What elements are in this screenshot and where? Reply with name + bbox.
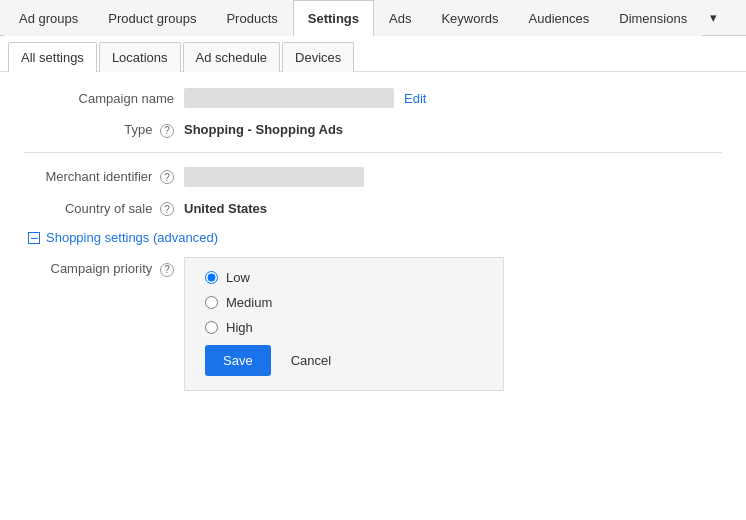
advanced-toggle-label: Shopping settings (advanced) — [46, 230, 218, 245]
tab-settings[interactable]: Settings — [293, 0, 374, 36]
priority-low-label[interactable]: Low — [226, 270, 250, 285]
tab-dimensions[interactable]: Dimensions — [604, 0, 702, 36]
campaign-priority-label: Campaign priority ? — [24, 257, 184, 277]
priority-button-row: Save Cancel — [205, 345, 483, 376]
sub-tab-locations[interactable]: Locations — [99, 42, 181, 72]
type-label: Type ? — [24, 122, 184, 138]
merchant-help-icon[interactable]: ? — [160, 170, 174, 184]
type-help-icon[interactable]: ? — [160, 124, 174, 138]
main-content: Campaign name Edit Type ? Shopping - Sho… — [0, 72, 746, 407]
merchant-identifier-value — [184, 167, 364, 187]
advanced-toggle[interactable]: − Shopping settings (advanced) — [24, 230, 722, 245]
priority-low-radio[interactable] — [205, 271, 218, 284]
tab-product-groups[interactable]: Product groups — [93, 0, 211, 36]
type-row: Type ? Shopping - Shopping Ads — [24, 122, 722, 138]
priority-medium-radio[interactable] — [205, 296, 218, 309]
sub-tab-all-settings[interactable]: All settings — [8, 42, 97, 72]
merchant-identifier-label: Merchant identifier ? — [24, 169, 184, 185]
campaign-priority-section: Campaign priority ? Low Medium High Save… — [24, 257, 722, 391]
campaign-name-value — [184, 88, 394, 108]
country-of-sale-label: Country of sale ? — [24, 201, 184, 217]
campaign-name-row: Campaign name Edit — [24, 88, 722, 108]
priority-high-radio[interactable] — [205, 321, 218, 334]
country-help-icon[interactable]: ? — [160, 202, 174, 216]
tab-ads[interactable]: Ads — [374, 0, 426, 36]
priority-low-row: Low — [205, 270, 483, 285]
priority-medium-label[interactable]: Medium — [226, 295, 272, 310]
sub-tab-ad-schedule[interactable]: Ad schedule — [183, 42, 281, 72]
merchant-identifier-row: Merchant identifier ? — [24, 167, 722, 187]
top-tab-bar: Ad groups Product groups Products Settin… — [0, 0, 746, 36]
sub-tab-bar: All settings Locations Ad schedule Devic… — [0, 36, 746, 72]
cancel-button[interactable]: Cancel — [281, 345, 341, 376]
sub-tab-devices[interactable]: Devices — [282, 42, 354, 72]
tab-products[interactable]: Products — [211, 0, 292, 36]
country-of-sale-row: Country of sale ? United States — [24, 201, 722, 217]
type-value: Shopping - Shopping Ads — [184, 122, 343, 137]
priority-options-box: Low Medium High Save Cancel — [184, 257, 504, 391]
priority-help-icon[interactable]: ? — [160, 263, 174, 277]
tab-ad-groups[interactable]: Ad groups — [4, 0, 93, 36]
priority-high-label[interactable]: High — [226, 320, 253, 335]
country-of-sale-value: United States — [184, 201, 267, 216]
edit-campaign-name-link[interactable]: Edit — [404, 91, 426, 106]
more-tabs-button[interactable]: ▾ — [702, 0, 725, 35]
save-button[interactable]: Save — [205, 345, 271, 376]
minus-icon: − — [28, 232, 40, 244]
section-divider-1 — [24, 152, 722, 153]
priority-high-row: High — [205, 320, 483, 335]
priority-medium-row: Medium — [205, 295, 483, 310]
tab-audiences[interactable]: Audiences — [514, 0, 605, 36]
tab-keywords[interactable]: Keywords — [426, 0, 513, 36]
campaign-name-label: Campaign name — [24, 91, 184, 106]
